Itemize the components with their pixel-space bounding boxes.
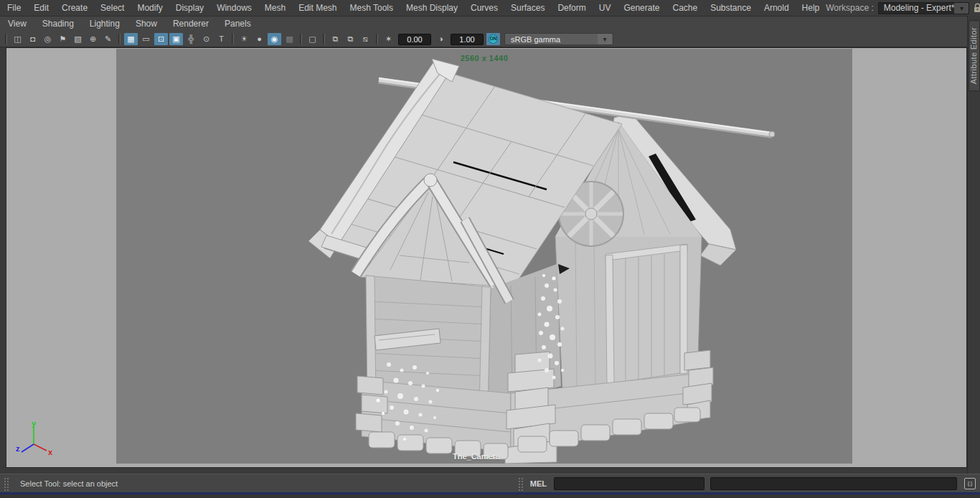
gamma-toggle-button[interactable]: ON xyxy=(486,33,500,45)
panel-menu-renderer[interactable]: Renderer xyxy=(165,17,217,32)
panel-menu-panels[interactable]: Panels xyxy=(217,17,259,32)
isolate-select-icon[interactable]: ▢ xyxy=(306,33,319,45)
command-line-grip[interactable] xyxy=(517,476,523,491)
toolbar-separator[interactable] xyxy=(232,34,234,44)
menu-uv[interactable]: UV xyxy=(593,0,618,16)
menu-mesh-display[interactable]: Mesh Display xyxy=(400,0,464,16)
panel-menu-view[interactable]: View xyxy=(0,17,34,32)
workspace-lock-icon[interactable] xyxy=(974,3,980,13)
toolbar-separator[interactable] xyxy=(118,34,121,44)
help-line-text: Select Tool: select an object xyxy=(11,479,514,488)
pan-zoom-icon[interactable]: ⊕ xyxy=(86,33,100,45)
menu-file[interactable]: File xyxy=(0,0,27,16)
menu-modify[interactable]: Modify xyxy=(131,0,169,16)
field-chart-icon[interactable]: ╬ xyxy=(184,33,198,45)
view-transform-dropdown[interactable]: sRGB gamma ▾ xyxy=(504,33,613,45)
axis-gizmo: y z x xyxy=(15,420,55,457)
xray-active-components-icon[interactable]: ⧅ xyxy=(359,33,372,45)
axis-x-label: x xyxy=(48,448,53,456)
exposure-icon[interactable]: ✶ xyxy=(382,33,395,45)
menu-cache[interactable]: Cache xyxy=(666,0,704,16)
resolution-gate-icon[interactable]: ⊡ xyxy=(154,33,168,45)
safe-title-icon[interactable]: T xyxy=(215,33,228,45)
menu-arnold[interactable]: Arnold xyxy=(758,0,796,16)
ambient-occlusion-icon[interactable]: ◉ xyxy=(268,33,281,45)
menu-substance[interactable]: Substance xyxy=(704,0,758,16)
axis-z-label: z xyxy=(16,444,20,453)
workspace-dropdown[interactable]: Modeling - Expert* ▾ xyxy=(878,2,970,14)
lights-icon[interactable]: ☀ xyxy=(237,33,251,45)
panel-menu-lighting[interactable]: Lighting xyxy=(82,17,128,32)
toolbar-separator[interactable] xyxy=(323,34,325,44)
mel-command-input[interactable] xyxy=(554,477,705,490)
menu-edit[interactable]: Edit xyxy=(27,0,55,16)
house-model[interactable] xyxy=(116,49,852,464)
command-line-mode-label[interactable]: MEL xyxy=(530,479,547,488)
camera-label: The_Camera xyxy=(453,452,500,461)
menu-surfaces[interactable]: Surfaces xyxy=(504,0,551,16)
panel-menu-shading[interactable]: Shading xyxy=(34,17,82,32)
attribute-editor-tab[interactable]: Attribute Editor xyxy=(969,20,980,91)
menu-edit-mesh[interactable]: Edit Mesh xyxy=(292,0,343,16)
panel-menu-row: View Shading Lighting Show Renderer Pane… xyxy=(0,17,967,32)
lock-camera-icon[interactable]: ◘ xyxy=(26,33,39,45)
axis-y-label: y xyxy=(32,420,37,428)
status-bar: Select Tool: select an object MEL {;} xyxy=(0,474,980,492)
window-bottom-edge xyxy=(0,494,980,498)
status-bar-grip[interactable] xyxy=(3,476,9,491)
motion-blur-icon[interactable]: ▩ xyxy=(283,33,296,45)
xray-icon[interactable]: ⧉ xyxy=(329,33,342,45)
select-camera-icon[interactable]: ◫ xyxy=(11,33,24,45)
menu-help[interactable]: Help xyxy=(796,0,826,16)
workspace-label: Workspace : xyxy=(826,3,873,13)
menu-windows[interactable]: Windows xyxy=(210,0,258,16)
contrast-input[interactable] xyxy=(451,34,484,45)
panel-menu-show[interactable]: Show xyxy=(128,17,165,32)
main-menu-bar: File Edit Create Select Modify Display W… xyxy=(0,0,980,16)
xray-joints-icon[interactable]: ⧉ xyxy=(344,33,357,45)
grease-pencil-icon[interactable]: ✎ xyxy=(101,33,115,45)
film-gate-icon[interactable]: ▭ xyxy=(139,33,153,45)
menu-display[interactable]: Display xyxy=(169,0,210,16)
menu-generate[interactable]: Generate xyxy=(617,0,666,16)
safe-action-icon[interactable]: ⊙ xyxy=(199,33,213,45)
bookmark-icon[interactable]: ⚑ xyxy=(56,33,70,45)
menu-create[interactable]: Create xyxy=(55,0,94,16)
panel-icon-row: ◫ ◘ ◎ ⚑ ▧ ⊕ ✎ ▦ ▭ ⊡ ▣ ╬ ⊙ T ☀ ● ◉ ▩ ▢ ⧉ … xyxy=(0,32,967,47)
chevron-down-icon[interactable]: ▾ xyxy=(598,34,612,44)
menu-curves[interactable]: Curves xyxy=(464,0,504,16)
shadows-icon[interactable]: ● xyxy=(253,33,266,45)
menu-select[interactable]: Select xyxy=(94,0,131,16)
resolution-gate-region[interactable]: 2560 x 1440 xyxy=(116,49,852,464)
viewport-panel[interactable]: 2560 x 1440 xyxy=(6,47,967,468)
camera-attributes-icon[interactable]: ◎ xyxy=(41,33,55,45)
menu-deform[interactable]: Deform xyxy=(551,0,592,16)
panel-toolbar: View Shading Lighting Show Renderer Pane… xyxy=(0,16,967,47)
grid-icon[interactable]: ▦ xyxy=(124,33,138,45)
contrast-icon[interactable]: ◑ xyxy=(434,33,448,45)
exposure-input[interactable] xyxy=(398,34,431,45)
chevron-down-icon[interactable]: ▾ xyxy=(954,3,969,14)
right-dock-strip: Attribute Editor xyxy=(967,16,980,474)
script-editor-icon[interactable]: {;} xyxy=(964,478,976,489)
image-plane-icon[interactable]: ▧ xyxy=(71,33,85,45)
menu-mesh-tools[interactable]: Mesh Tools xyxy=(344,0,400,16)
command-result-field xyxy=(710,477,957,490)
toolbar-separator[interactable] xyxy=(376,34,378,44)
workspace-value: Modeling - Expert* xyxy=(879,3,955,13)
menu-mesh[interactable]: Mesh xyxy=(258,0,292,16)
toolbar-separator[interactable] xyxy=(5,34,7,44)
gate-mask-icon[interactable]: ▣ xyxy=(169,33,183,45)
toolbar-separator[interactable] xyxy=(300,34,302,44)
view-transform-value: sRGB gamma xyxy=(505,35,598,44)
